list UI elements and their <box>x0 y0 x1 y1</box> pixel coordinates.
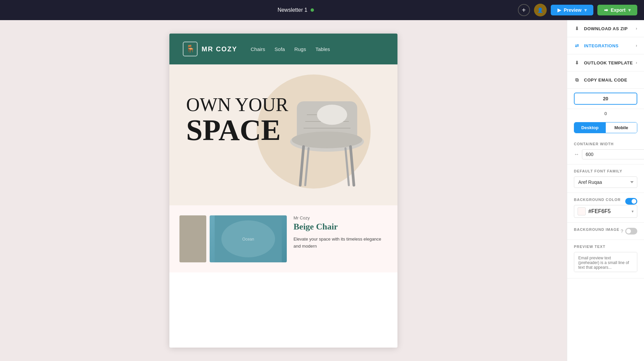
nav-links: Chairs Sofa Rugs Tables <box>251 46 330 52</box>
help-icon[interactable]: ? <box>621 228 623 234</box>
svg-line-7 <box>351 147 354 185</box>
view-toggle: Desktop Mobile <box>574 122 637 133</box>
topnav-actions: + 👤 ▶ Preview ▾ ➡ Export ▾ <box>518 4 637 16</box>
spacing-bottom-value: 0 <box>567 109 644 118</box>
mobile-view-button[interactable]: Mobile <box>606 122 637 133</box>
preview-text-input[interactable] <box>574 252 637 272</box>
product-description: Elevate your space with its timeless ele… <box>293 236 387 250</box>
document-title: Newsletter 1 <box>277 7 307 13</box>
download-zip-menu-item[interactable]: ⬇ DOWNLOAD AS ZIP › <box>567 20 644 37</box>
svg-line-6 <box>300 147 304 185</box>
preview-chevron-icon: ▾ <box>584 7 587 13</box>
svg-line-8 <box>305 148 309 185</box>
background-color-section: BACKGROUND COLOR #FEF6F5 ▾ <box>567 193 644 223</box>
spacing-section <box>567 89 644 109</box>
nav-chairs[interactable]: Chairs <box>251 46 265 52</box>
container-width-input[interactable] <box>582 149 644 159</box>
product-image-2: Ocean <box>210 215 287 262</box>
logo-text: MR COZY <box>202 45 237 53</box>
copy-icon: ⧉ <box>574 77 580 83</box>
nav-tables[interactable]: Tables <box>315 46 330 52</box>
email-hero: OWN YOUR SPACE <box>169 64 397 205</box>
chevron-right-icon: › <box>636 43 638 48</box>
hero-chair-image <box>270 74 384 202</box>
svg-line-9 <box>345 148 349 185</box>
font-family-label: DEFAULT FONT FAMILY <box>574 169 637 173</box>
desktop-view-button[interactable]: Desktop <box>574 122 606 133</box>
color-swatch <box>578 207 586 215</box>
container-width-label: CONTAINER WIDTH <box>574 142 637 146</box>
background-image-section: BACKGROUND IMAGE ? <box>567 223 644 240</box>
svg-text:Ocean: Ocean <box>242 237 254 242</box>
product-name: Beige Chair <box>293 222 387 232</box>
container-width-row: ↔ px <box>574 149 637 159</box>
chevron-right-icon: › <box>636 26 638 31</box>
spacing-input-wrapper <box>574 93 637 105</box>
preview-text-section: PREVIEW TEXT <box>567 240 644 278</box>
bg-image-label: BACKGROUND IMAGE <box>574 227 620 231</box>
logo-area: 🪑 MR COZY <box>183 42 237 56</box>
color-select-row[interactable]: #FEF6F5 ▾ <box>574 205 637 218</box>
preview-text-label: PREVIEW TEXT <box>574 245 637 249</box>
product-info: Mr Cozy Beige Chair Elevate your space w… <box>293 215 387 262</box>
export-icon: ➡ <box>604 7 608 13</box>
bg-color-label: BACKGROUND COLOR <box>574 198 621 202</box>
nav-rugs[interactable]: Rugs <box>294 46 306 52</box>
canvas-area: 🪑 MR COZY Chairs Sofa Rugs Tables OWN YO… <box>0 20 567 361</box>
main-content: 🪑 MR COZY Chairs Sofa Rugs Tables OWN YO… <box>0 20 644 361</box>
svg-point-10 <box>317 105 347 125</box>
document-title-area: Newsletter 1 <box>277 7 314 13</box>
svg-point-2 <box>292 132 362 148</box>
color-hex-value: #FEF6F5 <box>588 208 611 214</box>
preview-button[interactable]: ▶ Preview ▾ <box>551 5 593 15</box>
outlook-icon: ⬇ <box>574 60 580 66</box>
integrations-menu-item[interactable]: ⇄ INTEGRATIONS › <box>567 37 644 54</box>
logo-icon: 🪑 <box>183 42 198 56</box>
nav-sofa[interactable]: Sofa <box>275 46 285 52</box>
email-header: 🪑 MR COZY Chairs Sofa Rugs Tables <box>169 34 397 64</box>
integrations-icon: ⇄ <box>574 43 580 49</box>
top-navigation: Newsletter 1 + 👤 ▶ Preview ▾ ➡ Export ▾ <box>0 0 644 20</box>
outlook-template-menu-item[interactable]: ⬇ OUTLOOK TEMPLATE › <box>567 54 644 71</box>
chevron-right-icon: › <box>636 60 638 65</box>
avatar[interactable]: 👤 <box>534 4 547 16</box>
add-button[interactable]: + <box>518 4 530 16</box>
right-panel: ⬇ DOWNLOAD AS ZIP › ⇄ INTEGRATIONS › ⬇ O… <box>567 20 644 361</box>
container-width-section: CONTAINER WIDTH ↔ px <box>567 137 644 164</box>
font-family-select[interactable]: Aref Ruqaa Arial Georgia Helvetica Times… <box>574 176 637 188</box>
product-section: Ocean Mr Cozy Beige Chair Elevate your s… <box>169 205 397 272</box>
width-icon: ↔ <box>574 151 579 157</box>
download-icon: ⬇ <box>574 25 580 32</box>
export-chevron-icon: ▾ <box>628 7 631 13</box>
export-button[interactable]: ➡ Export ▾ <box>597 5 637 15</box>
bg-image-toggle[interactable] <box>625 228 637 235</box>
bg-color-toggle[interactable] <box>625 198 637 205</box>
color-chevron-down-icon: ▾ <box>632 209 634 214</box>
product-images: Ocean <box>179 215 287 262</box>
font-family-section: DEFAULT FONT FAMILY Aref Ruqaa Arial Geo… <box>567 164 644 193</box>
product-brand: Mr Cozy <box>293 215 387 220</box>
preview-icon: ▶ <box>557 7 561 13</box>
spacing-top-input[interactable] <box>597 96 614 101</box>
copy-email-code-menu-item[interactable]: ⧉ COPY EMAIL CODE <box>567 71 644 89</box>
product-image-1 <box>179 215 206 262</box>
email-template: 🪑 MR COZY Chairs Sofa Rugs Tables OWN YO… <box>169 34 397 348</box>
status-dot <box>311 8 314 12</box>
